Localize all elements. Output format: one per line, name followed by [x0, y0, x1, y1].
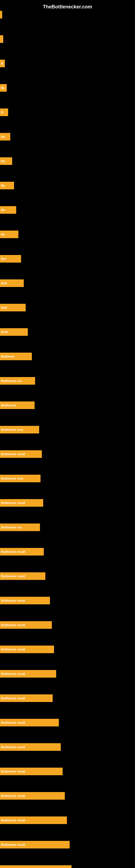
bar-label: Bottleneck result: [1, 599, 25, 602]
bar-label: Bottleneck result: [1, 453, 25, 456]
bar-item: Bot: [0, 255, 21, 262]
bar-item: Bottleneck result: [0, 572, 45, 580]
bar-label: Bottleneck result: [1, 794, 25, 798]
bar-item: Bott: [0, 279, 24, 287]
bar-item: Bottl: [0, 328, 28, 336]
bar-item: Bottleneck result: [0, 597, 50, 604]
bar-item: Bottleneck result: [0, 450, 42, 458]
bar-label: Bo: [1, 233, 5, 236]
bar-label: Bottleneck res: [1, 379, 21, 382]
bar-label: Bo: [1, 159, 5, 163]
bar-label: Bottleneck res: [1, 526, 21, 529]
bar-item: Bottleneck result: [0, 670, 56, 678]
bar-label: Bottleneck result: [1, 721, 25, 724]
bar-label: Bottleneck result: [1, 770, 25, 773]
bar-item: Bo: [0, 84, 7, 92]
bar-label: Bottleneck result: [1, 843, 25, 846]
bar-item: B: [0, 108, 8, 116]
bar-item: Bottleneck result: [0, 694, 53, 702]
bar-label: B: [1, 111, 3, 114]
bar-label: B: [1, 62, 3, 65]
site-title: TheBottlenecker.com: [0, 1, 135, 11]
bar-item: Bottleneck resu: [0, 426, 39, 433]
bar-item: Bottleneck res: [0, 377, 35, 384]
bar-label: Bottl: [1, 330, 8, 334]
bar-label: Bottleneck result: [1, 550, 25, 553]
bar-label: Bottleneck result: [1, 575, 25, 578]
bar-item: Bottleneck result: [0, 621, 52, 629]
bar-item: Bo: [0, 157, 12, 165]
bar-label: Bottleneck result: [1, 501, 25, 504]
bar-item: Bottleneck result: [0, 646, 54, 653]
bar-item: Bottlenec: [0, 352, 32, 360]
bar-label: Bo: [1, 86, 5, 90]
bar-label: Bottlenec: [1, 355, 14, 358]
bar-item: Bottleneck result: [0, 499, 43, 507]
bar-item: Bo: [0, 133, 10, 141]
bar-label: Bottleneck result: [1, 623, 25, 627]
bar-item: Bottleneck: [0, 401, 35, 409]
bar-item: Bottleneck res: [0, 524, 40, 531]
bar-label: Bottleneck resu: [1, 428, 24, 431]
bar-label: Bottleneck result: [1, 648, 25, 651]
bar-label: Bo: [1, 135, 5, 138]
bar-item: [0, 35, 3, 43]
bar-label: Bott: [1, 282, 7, 285]
bar-label: Bottleneck result: [1, 696, 25, 700]
bar-label: Bo: [1, 208, 5, 212]
bar-label: Bottleneck result: [1, 745, 25, 749]
bar-item: Bottleneck result: [0, 743, 61, 751]
bar-label: Bottleneck resu: [1, 477, 24, 480]
bar-item: Bottleneck result: [0, 548, 44, 556]
bar-item: Bottleneck resu: [0, 475, 41, 482]
bar-item: Bottleneck result: [0, 792, 65, 800]
bar-item: Bo: [0, 206, 16, 214]
bar-item: Bo: [0, 230, 18, 238]
bar-item: B: [0, 60, 5, 67]
bar-item: [0, 11, 2, 19]
bar-item: Bottleneck result: [0, 816, 67, 824]
bar-label: Bo: [1, 184, 5, 187]
bar-label: Bott: [1, 306, 7, 309]
bar-label: Bottleneck result: [1, 818, 25, 822]
bar-label: Bottleneck: [1, 404, 16, 407]
bar-item: Bottleneck result: [0, 719, 59, 726]
bar-label: Bot: [1, 257, 6, 260]
bar-item: Bottleneck result: [0, 841, 70, 848]
bar-label: Bottleneck result: [1, 672, 25, 675]
bar-item: Bottleneck result: [0, 865, 72, 868]
bar-item: Bo: [0, 182, 14, 189]
bar-item: Bott: [0, 304, 26, 311]
bar-item: Bottleneck result: [0, 768, 63, 775]
